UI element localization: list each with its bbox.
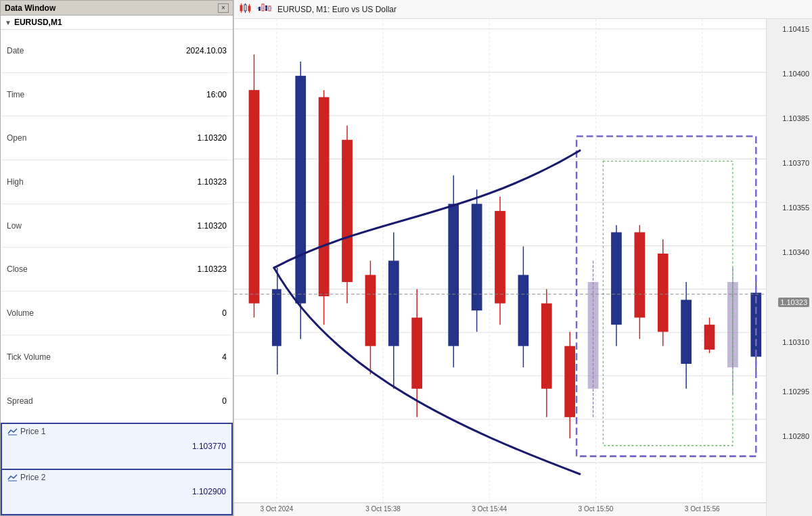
- svg-rect-8: [248, 6, 250, 11]
- price-row: Price 1 1.103770: [1, 423, 232, 469]
- close-button[interactable]: ×: [218, 3, 229, 13]
- field-label: Time: [1, 72, 83, 116]
- price-row: Price 2 1.102900: [1, 469, 232, 515]
- data-table: Date2024.10.03Time16:00Open1.10320High1.…: [1, 30, 233, 515]
- field-value: 16:00: [83, 72, 232, 116]
- field-label: Open: [1, 116, 83, 160]
- price-label: 1.10340: [782, 248, 809, 256]
- svg-rect-63: [611, 232, 622, 325]
- price-label: Price 2: [2, 470, 83, 485]
- chart-area: EURUSD, M1: Euro vs US Dollar: [233, 0, 812, 516]
- chart-body[interactable]: 3 Oct 20243 Oct 15:383 Oct 15:443 Oct 15…: [234, 19, 812, 516]
- data-row: Spread0: [1, 379, 232, 423]
- time-axis: 3 Oct 20243 Oct 15:383 Oct 15:443 Oct 15…: [234, 502, 766, 516]
- svg-rect-33: [249, 90, 260, 303]
- price-label: Price 1: [2, 424, 83, 439]
- svg-rect-43: [365, 275, 376, 346]
- svg-rect-12: [262, 4, 264, 11]
- field-value: 1.10323: [83, 248, 232, 291]
- data-window-titlebar: Data Window ×: [1, 1, 233, 16]
- price-label: 1.10280: [782, 432, 809, 440]
- chart-header: EURUSD, M1: Euro vs US Dollar: [234, 0, 812, 19]
- svg-rect-57: [541, 304, 552, 389]
- price-label: 1.10295: [782, 388, 809, 396]
- data-row: Date2024.10.03: [1, 30, 232, 72]
- data-row: Open1.10320: [1, 116, 232, 160]
- field-label: Low: [1, 204, 83, 248]
- time-label: 3 Oct 15:56: [685, 505, 720, 513]
- svg-rect-73: [727, 282, 738, 367]
- time-label: 3 Oct 15:38: [365, 505, 401, 513]
- svg-rect-65: [634, 232, 645, 317]
- time-label: 3 Oct 2024: [260, 505, 293, 513]
- candles-area[interactable]: [234, 19, 766, 502]
- field-value: 4: [83, 335, 232, 379]
- price-label: 1.10385: [782, 114, 809, 122]
- price-label: 1.10310: [782, 338, 809, 346]
- svg-rect-59: [564, 346, 575, 417]
- field-value: 1.10323: [83, 160, 232, 204]
- svg-rect-49: [448, 204, 459, 346]
- data-window-title: Data Window: [5, 3, 55, 13]
- field-value: 2024.10.03: [83, 30, 232, 72]
- field-label: Tick Volume: [1, 335, 83, 379]
- data-row: Time16:00: [1, 72, 232, 116]
- svg-rect-69: [681, 300, 692, 364]
- price-value: 1.102900: [83, 469, 232, 515]
- symbol-row: ▼ EURUSD,M1: [1, 16, 233, 30]
- chart-title: EURUSD, M1: Euro vs US Dollar: [277, 5, 397, 14]
- svg-rect-2: [240, 5, 242, 11]
- time-label: 3 Oct 15:44: [472, 505, 507, 513]
- chart-type-icon: [240, 3, 252, 16]
- svg-rect-55: [518, 275, 529, 346]
- svg-rect-67: [658, 254, 669, 332]
- time-label: 3 Oct 15:50: [579, 505, 614, 513]
- price-label: 1.10400: [782, 70, 809, 78]
- svg-rect-39: [319, 97, 330, 296]
- svg-rect-11: [258, 7, 261, 11]
- price-icon: [7, 427, 18, 436]
- data-row: Close1.10323: [1, 248, 232, 291]
- price-icon: [7, 473, 18, 482]
- svg-rect-71: [704, 325, 715, 350]
- field-label: Close: [1, 248, 83, 291]
- data-row: Low1.10320: [1, 204, 232, 248]
- field-label: Spread: [1, 379, 83, 423]
- field-value: 1.10320: [83, 116, 232, 160]
- svg-rect-5: [244, 5, 246, 11]
- svg-rect-37: [295, 76, 306, 303]
- price-label: 1.10323: [778, 298, 809, 307]
- data-row: High1.10323: [1, 160, 232, 204]
- field-value: 0: [83, 291, 232, 335]
- price-label: 1.10370: [782, 159, 809, 167]
- field-value: 1.10320: [83, 204, 232, 248]
- field-value: 0: [83, 379, 232, 423]
- field-label: Volume: [1, 291, 83, 335]
- field-label: High: [1, 160, 83, 204]
- svg-rect-41: [342, 140, 353, 282]
- price-scale: 1.104151.104001.103851.103701.103551.103…: [766, 19, 812, 516]
- svg-rect-45: [388, 261, 399, 346]
- chart-indicator-icon: [257, 3, 272, 16]
- symbol-name: EURUSD,M1: [14, 18, 62, 27]
- svg-rect-35: [272, 289, 281, 346]
- svg-rect-53: [495, 211, 505, 304]
- field-label: Date: [1, 30, 83, 72]
- svg-rect-47: [411, 318, 422, 389]
- data-window: Data Window × ▼ EURUSD,M1 Date2024.10.03…: [0, 0, 233, 516]
- data-row: Tick Volume4: [1, 335, 232, 379]
- price-label: 1.10355: [782, 204, 809, 212]
- data-row: Volume0: [1, 291, 232, 335]
- price-label: 1.10415: [782, 25, 809, 33]
- expand-icon: ▼: [5, 19, 12, 26]
- svg-rect-61: [588, 282, 599, 389]
- price-value: 1.103770: [83, 423, 232, 469]
